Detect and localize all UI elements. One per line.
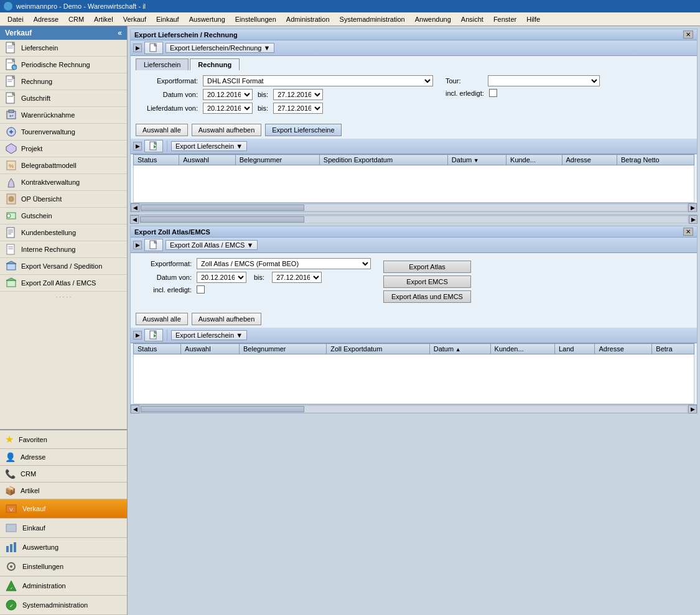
menu-einkauf[interactable]: Einkauf <box>151 14 184 24</box>
sidebar-item-warenruecknahme[interactable]: ↩ Warenrücknahme <box>0 107 127 124</box>
sidebar-item-interne-rechnung[interactable]: Interne Rechnung <box>0 241 127 258</box>
menu-anwendung[interactable]: Anwendung <box>410 14 456 24</box>
sidebar-item-gutschein[interactable]: Gutschein <box>0 208 127 224</box>
sidebar-item-lieferschein[interactable]: Lieferschein <box>0 40 127 57</box>
col-adresse[interactable]: Adresse <box>562 155 617 165</box>
hscroll-left-btn[interactable]: ◀ <box>131 203 139 212</box>
sidebar-item-projekt[interactable]: Projekt <box>0 141 127 157</box>
sidebar-collapse-button[interactable]: « <box>118 29 122 37</box>
menu-administration[interactable]: Administration <box>281 14 335 24</box>
col2-land[interactable]: Land <box>554 344 595 354</box>
col-status[interactable]: Status <box>134 155 179 165</box>
col-datum[interactable]: Datum <box>447 155 506 165</box>
panel1-export-dropdown[interactable]: Export Lieferschein/Rechnung ▼ <box>166 43 274 53</box>
panel1-toolbar-icon-btn[interactable] <box>144 42 163 54</box>
sidebar-item-administration[interactable]: ✓ Administration <box>0 576 127 596</box>
menu-verkauf[interactable]: Verkauf <box>118 14 151 24</box>
col2-belegnummer[interactable]: Belegnummer <box>239 344 326 354</box>
menu-auswertung[interactable]: Auswertung <box>184 14 230 24</box>
panel2-hscroll[interactable]: ◀ ▶ <box>131 404 697 413</box>
col2-zoll-exportdatum[interactable]: Zoll Exportdatum <box>327 344 430 354</box>
col2-auswahl[interactable]: Auswahl <box>181 344 240 354</box>
panel2-auswahl-aufheben-button[interactable]: Auswahl aufheben <box>192 313 262 325</box>
panel2-hscroll-left-btn[interactable]: ◀ <box>131 405 139 414</box>
sidebar-item-periodische-rechnung[interactable]: ↻ Periodische Rechnung <box>0 57 127 73</box>
panel2-toolbar-icon-btn[interactable] <box>144 239 163 251</box>
panel1-table-export-dropdown[interactable]: Export Lieferschein ▼ <box>171 141 247 151</box>
panel2-exportformat-select[interactable]: Zoll Atlas / EMCS (Format BEO) <box>197 258 371 269</box>
panel2-export-dropdown[interactable]: Export Zoll Atlas / EMCS ▼ <box>166 240 258 250</box>
sidebar-item-systemadministration[interactable]: ✓ Systemadministration <box>0 596 127 615</box>
col2-datum[interactable]: Datum <box>429 344 490 354</box>
col2-status[interactable]: Status <box>134 344 181 354</box>
sidebar-item-verkauf[interactable]: V Verkauf <box>0 499 127 519</box>
menu-hilfe[interactable]: Hilfe <box>521 14 545 24</box>
col-auswahl[interactable]: Auswahl <box>179 155 235 165</box>
menu-ansicht[interactable]: Ansicht <box>456 14 488 24</box>
panel1-table-expand-arrow[interactable]: ▶ <box>133 142 142 150</box>
sidebar-item-kontraktverwaltung[interactable]: Kontraktverwaltung <box>0 174 127 191</box>
menu-einstellungen[interactable]: Einstellungen <box>230 14 281 24</box>
exportformat-select[interactable]: DHL ASCII Format <box>203 75 433 86</box>
datum-von-select[interactable]: 20.12.2016 <box>203 89 253 100</box>
sidebar-item-einstellungen[interactable]: Einstellungen <box>0 557 127 576</box>
outer-hscroll-track[interactable] <box>140 216 688 223</box>
auswahl-alle-button[interactable]: Auswahl alle <box>136 124 188 136</box>
outer-hscroll[interactable]: ◀ ▶ <box>130 215 698 223</box>
lieferdatum-bis-select[interactable]: 27.12.2016 <box>273 103 323 114</box>
menu-crm[interactable]: CRM <box>63 14 89 24</box>
sidebar-item-auswertung[interactable]: Auswertung <box>0 538 127 557</box>
datum-bis-select[interactable]: 27.12.2016 <box>273 89 323 100</box>
tab-lieferschein[interactable]: Lieferschein <box>136 58 189 70</box>
sidebar-item-crm[interactable]: 📞 CRM <box>0 466 127 483</box>
export-atlas-button[interactable]: Export Atlas <box>383 261 471 273</box>
hscroll-thumb[interactable] <box>141 205 304 211</box>
sidebar-item-einkauf[interactable]: Einkauf <box>0 519 127 538</box>
panel2-hscroll-right-btn[interactable]: ▶ <box>688 405 697 414</box>
panel2-datum-bis-select[interactable]: 27.12.2016 <box>272 272 322 283</box>
export-lieferscheine-button[interactable]: Export Lieferscheine <box>265 124 341 136</box>
panel2-auswahl-alle-button[interactable]: Auswahl alle <box>136 313 188 325</box>
export-atlas-emcs-button[interactable]: Export Atlas und EMCS <box>383 290 471 303</box>
sidebar-item-kundenbestellung[interactable]: Kundenbestellung <box>0 224 127 241</box>
panel2-hscroll-thumb[interactable] <box>141 406 304 412</box>
col2-kunden[interactable]: Kunden... <box>490 344 554 354</box>
panel2-incl-erledigt-checkbox[interactable] <box>197 285 205 294</box>
auswahl-aufheben-button[interactable]: Auswahl aufheben <box>192 124 262 136</box>
outer-hscroll-thumb[interactable] <box>140 216 304 223</box>
sidebar-item-op-uebersicht[interactable]: OP Übersicht <box>0 191 127 208</box>
export-emcs-button[interactable]: Export EMCS <box>383 275 471 288</box>
panel1-hscroll[interactable]: ◀ ▶ <box>131 203 697 211</box>
panel2-table-expand-arrow[interactable]: ▶ <box>133 331 142 340</box>
outer-hscroll-right[interactable]: ▶ <box>689 215 698 224</box>
hscroll-right-btn[interactable]: ▶ <box>688 203 697 212</box>
col-betrag[interactable]: Betrag Netto <box>617 155 694 165</box>
panel1-expand-arrow[interactable]: ▶ <box>133 44 142 52</box>
menu-adresse[interactable]: Adresse <box>29 14 63 24</box>
menu-artikel[interactable]: Artikel <box>89 14 118 24</box>
menu-fenster[interactable]: Fenster <box>488 14 521 24</box>
incl-erledigt-checkbox[interactable] <box>489 89 497 97</box>
panel2-close-button[interactable]: ✕ <box>683 228 693 236</box>
sidebar-item-adresse[interactable]: 👤 Adresse <box>0 449 127 466</box>
sidebar-item-artikel[interactable]: 📦 Artikel <box>0 483 127 499</box>
sidebar-item-gutschrift[interactable]: Gutschrift <box>0 90 127 107</box>
sidebar-item-favoriten[interactable]: ★ Favoriten <box>0 430 127 449</box>
lieferdatum-von-select[interactable]: 20.12.2016 <box>203 103 253 114</box>
col-spedition[interactable]: Spedition Exportdatum <box>319 155 447 165</box>
tour-select[interactable] <box>488 75 600 86</box>
col2-adresse[interactable]: Adresse <box>595 344 652 354</box>
panel1-close-button[interactable]: ✕ <box>683 30 693 39</box>
panel2-table-export-dropdown[interactable]: Export Lieferschein ▼ <box>171 330 247 340</box>
menu-datei[interactable]: Datei <box>2 14 29 24</box>
col-kunde[interactable]: Kunde... <box>506 155 562 165</box>
panel2-expand-arrow[interactable]: ▶ <box>133 241 142 249</box>
panel2-datum-von-select[interactable]: 20.12.2016 <box>197 272 246 283</box>
sidebar-item-tourenverwaltung[interactable]: Tourenverwaltung <box>0 124 127 141</box>
panel1-table-icon-btn[interactable] <box>144 140 163 152</box>
panel2-hscroll-track[interactable] <box>141 406 687 412</box>
outer-hscroll-left[interactable]: ◀ <box>130 215 139 224</box>
col2-betra[interactable]: Betra <box>652 344 694 354</box>
tab-rechnung[interactable]: Rechnung <box>190 58 240 70</box>
sidebar-item-export-versand[interactable]: Export Versand / Spedition <box>0 258 127 275</box>
